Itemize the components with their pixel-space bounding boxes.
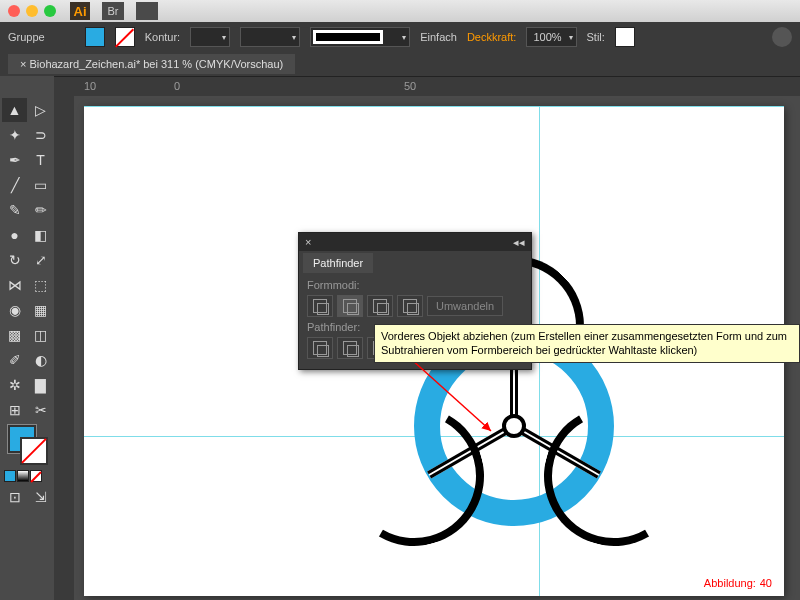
blend-tool[interactable]: ◐ (28, 348, 53, 372)
opacity-label: Deckkraft: (467, 31, 517, 43)
symbol-sprayer-tool[interactable]: ✲ (2, 373, 27, 397)
app-logo-icon: Ai (70, 2, 90, 20)
stroke-style-label: Einfach (420, 31, 457, 43)
change-screen-tool[interactable]: ⇲ (28, 485, 53, 509)
gradient-tool[interactable]: ◫ (28, 323, 53, 347)
tools-panel: ▲ ▷ ✦ ⊃ ✒ T ╱ ▭ ✎ ✏ ● ◧ ↻ ⤢ ⋈ ⬚ ◉ ▦ ▩ ◫ … (0, 96, 54, 600)
fill-swatch[interactable] (85, 27, 105, 47)
shape-modes-label: Formmodi: (307, 279, 523, 291)
selection-type-label: Gruppe (8, 31, 45, 43)
blob-brush-tool[interactable]: ● (2, 223, 27, 247)
expand-button[interactable]: Umwandeln (427, 296, 503, 316)
mesh-tool[interactable]: ▩ (2, 323, 27, 347)
color-mode-row (2, 468, 53, 484)
panel-header[interactable]: × ◂◂ (299, 233, 531, 251)
stroke-swatch[interactable] (115, 27, 135, 47)
selection-tool[interactable]: ▲ (2, 98, 27, 122)
control-bar: Gruppe Kontur: Einfach Deckkraft: 100% S… (0, 22, 800, 52)
arrange-icon[interactable] (136, 2, 158, 20)
eyedropper-tool[interactable]: ✐ (2, 348, 27, 372)
rotate-tool[interactable]: ↻ (2, 248, 27, 272)
rectangle-tool[interactable]: ▭ (28, 173, 53, 197)
intersect-button[interactable] (367, 295, 393, 317)
stroke-weight-dropdown[interactable] (190, 27, 230, 47)
scale-tool[interactable]: ⤢ (28, 248, 53, 272)
width-tool[interactable]: ⋈ (2, 273, 27, 297)
pencil-tool[interactable]: ✏ (28, 198, 53, 222)
type-tool[interactable]: T (28, 148, 53, 172)
perspective-tool[interactable]: ▦ (28, 298, 53, 322)
color-mode-none[interactable] (30, 470, 42, 482)
color-mode-gradient[interactable] (17, 470, 29, 482)
bridge-icon[interactable]: Br (102, 2, 124, 20)
figure-caption: Abbildung: 40 (704, 574, 772, 590)
lasso-tool[interactable]: ⊃ (28, 123, 53, 147)
color-mode-solid[interactable] (4, 470, 16, 482)
artboard-tool[interactable]: ⊞ (2, 398, 27, 422)
minus-front-button[interactable] (337, 295, 363, 317)
tooltip: Vorderes Objekt abziehen (zum Erstellen … (374, 324, 800, 363)
minimize-dot[interactable] (26, 5, 38, 17)
brush-dropdown[interactable] (310, 27, 410, 47)
slice-tool[interactable]: ✂ (28, 398, 53, 422)
magic-wand-tool[interactable]: ✦ (2, 123, 27, 147)
maximize-dot[interactable] (44, 5, 56, 17)
unite-button[interactable] (307, 295, 333, 317)
document-tabbar: × Biohazard_Zeichen.ai* bei 311 % (CMYK/… (0, 52, 800, 76)
close-panel-icon[interactable]: × (305, 236, 311, 248)
shape-builder-tool[interactable]: ◉ (2, 298, 27, 322)
screen-mode-tool[interactable]: ⊡ (2, 485, 27, 509)
vertical-ruler[interactable] (54, 96, 74, 600)
free-transform-tool[interactable]: ⬚ (28, 273, 53, 297)
canvas-area[interactable]: Abbildung: 40 × ◂◂ Pathfinder Formmodi: … (54, 96, 800, 600)
guide-horizontal-top[interactable] (84, 106, 784, 107)
direct-selection-tool[interactable]: ▷ (28, 98, 53, 122)
panel-tab-pathfinder[interactable]: Pathfinder (303, 253, 373, 273)
divide-button[interactable] (307, 337, 333, 359)
style-label: Stil: (587, 31, 605, 43)
paintbrush-tool[interactable]: ✎ (2, 198, 27, 222)
close-dot[interactable] (8, 5, 20, 17)
exclude-button[interactable] (397, 295, 423, 317)
document-tab[interactable]: × Biohazard_Zeichen.ai* bei 311 % (CMYK/… (8, 54, 295, 74)
stroke-profile-dropdown[interactable] (240, 27, 300, 47)
line-tool[interactable]: ╱ (2, 173, 27, 197)
collapse-panel-icon[interactable]: ◂◂ (513, 236, 525, 249)
stroke-indicator-icon[interactable] (20, 437, 48, 465)
search-icon[interactable] (772, 27, 792, 47)
window-titlebar: Ai Br (0, 0, 800, 22)
horizontal-ruler[interactable]: 10 0 50 (54, 76, 800, 96)
stroke-label: Kontur: (145, 31, 180, 43)
trim-button[interactable] (337, 337, 363, 359)
graph-tool[interactable]: ▇ (28, 373, 53, 397)
pen-tool[interactable]: ✒ (2, 148, 27, 172)
fill-stroke-indicator[interactable] (2, 423, 53, 467)
eraser-tool[interactable]: ◧ (28, 223, 53, 247)
graphic-style-swatch[interactable] (615, 27, 635, 47)
opacity-input[interactable]: 100% (526, 27, 576, 47)
